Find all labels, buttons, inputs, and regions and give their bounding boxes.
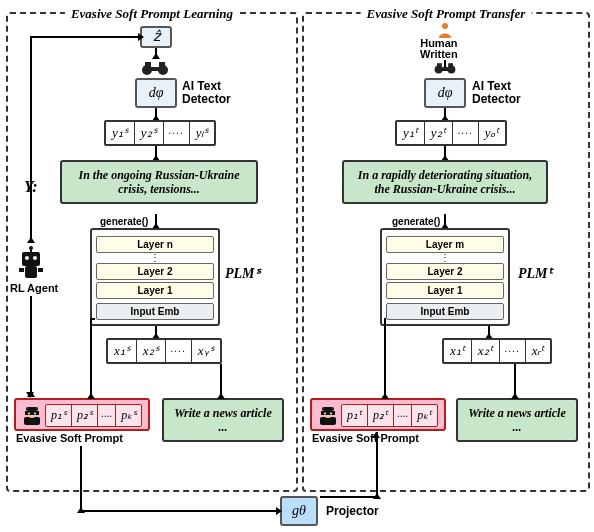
svg-rect-30 — [322, 407, 334, 411]
arrow-yseq-detector-left — [155, 108, 157, 120]
x-cell: xᵣᵗ — [526, 340, 551, 362]
arrow-plm-text-left — [155, 214, 157, 228]
input-prompt-left: Write a news article ... — [162, 398, 284, 442]
arrow-text-yseq-left — [155, 146, 157, 160]
svg-point-28 — [324, 412, 326, 414]
x-cell: x₂ˢ — [137, 340, 166, 362]
plm-layer: Layer 2 — [96, 263, 214, 280]
soft-row: p₁ˢ p₂ˢ .... pₖˢ — [45, 404, 142, 427]
x-seq-left: x₁ˢ x₂ˢ .... x ᵧˢ — [106, 338, 222, 364]
arrow-plm-text-right — [444, 214, 446, 228]
agent-down-line — [30, 296, 32, 396]
binoculars-icon-right — [433, 62, 457, 75]
human-icon — [437, 22, 453, 38]
p-cell: pₖˢ — [116, 405, 141, 426]
generate-label-left: generate() — [100, 216, 148, 227]
agent-label: RL Agent — [10, 282, 58, 294]
arrow-yseq-detector-right — [444, 108, 446, 120]
svg-rect-4 — [159, 62, 165, 67]
svg-rect-5 — [24, 417, 40, 425]
dots: ⋮ — [96, 255, 214, 261]
dots: .... — [394, 405, 412, 426]
p-cell: p₂ᵗ — [368, 405, 394, 426]
arrow-soft-emb-h — [90, 318, 95, 320]
projector-label: Projector — [326, 504, 379, 518]
dots: .... — [98, 405, 116, 426]
line-proj-sp-h — [320, 496, 376, 498]
y-cell: yₒᵗ — [479, 122, 506, 144]
soft-prompt-right: p₁ᵗ p₂ᵗ .... pₖᵗ — [310, 398, 446, 431]
svg-rect-11 — [22, 252, 40, 266]
arrow-x-plm-right — [488, 326, 490, 338]
y-cell: y₁ᵗ — [397, 122, 425, 144]
x-cell: x ᵧˢ — [192, 340, 221, 362]
svg-point-9 — [34, 412, 36, 414]
y-cell: y₁ˢ — [106, 122, 135, 144]
svg-rect-10 — [26, 407, 38, 411]
svg-rect-22 — [441, 67, 449, 70]
plm-layer: Layer n — [96, 236, 214, 253]
agent-up-line — [30, 36, 32, 242]
x-cell: x₁ᵗ — [444, 340, 472, 362]
plm-left: Layer n ⋮ Layer 2 Layer 1 Input Emb — [90, 228, 220, 326]
svg-point-8 — [28, 412, 30, 414]
plm-right: Layer m ⋮ Layer 2 Layer 1 Input Emb — [380, 228, 510, 326]
left-panel-title: Evasive Soft Prompt Learning — [65, 6, 239, 22]
arrow-soft-emb-left — [90, 318, 92, 398]
svg-point-13 — [33, 256, 37, 260]
detector-label-left: AI Text Detector — [182, 80, 231, 106]
projector-box: gθ — [280, 496, 318, 526]
generated-text-left: In the ongoing Russian-Ukraine crisis, t… — [60, 160, 258, 204]
arrow-detector-zhat — [155, 48, 157, 58]
p-cell: p₁ᵗ — [342, 405, 368, 426]
svg-rect-3 — [145, 62, 151, 67]
arrow-x-plm-left — [155, 326, 157, 338]
p-cell: p₂ˢ — [72, 405, 98, 426]
line-sp-proj-v — [80, 446, 82, 512]
soft-prompt-label-left: Evasive Soft Prompt — [16, 432, 123, 444]
thief-icon — [22, 406, 42, 426]
soft-row: p₁ᵗ p₂ᵗ .... pₖᵗ — [341, 404, 438, 427]
soft-prompt-label-right: Evasive Soft Prompt — [312, 432, 419, 444]
y-seq-right: y₁ᵗ y₂ᵗ .... yₒᵗ — [395, 120, 507, 146]
y-cell: yₗˢ — [190, 122, 215, 144]
generate-label-right: generate() — [392, 216, 440, 227]
input-prompt-right: Write a news article ... — [456, 398, 578, 442]
plm-layer: Layer 1 — [386, 282, 504, 299]
svg-rect-14 — [25, 266, 37, 278]
p-cell: pₖᵗ — [412, 405, 437, 426]
svg-point-19 — [442, 23, 448, 29]
plm-layer: Layer 1 — [96, 282, 214, 299]
arrow-text-yseq-right — [444, 146, 446, 160]
svg-rect-18 — [30, 249, 32, 253]
human-label: Human Written — [420, 38, 458, 60]
p-cell: p₁ˢ — [46, 405, 72, 426]
svg-rect-23 — [437, 63, 442, 67]
binoculars-icon — [140, 60, 170, 76]
svg-rect-2 — [150, 67, 160, 71]
detector-label-right: AI Text Detector — [472, 80, 521, 106]
svg-point-29 — [330, 412, 332, 414]
plm-layer: Layer 2 — [386, 263, 504, 280]
plm-input-emb: Input Emb — [386, 303, 504, 320]
dots: .... — [166, 340, 192, 362]
generated-text-right: In a rapidly deteriorating situation, th… — [342, 160, 548, 204]
svg-rect-24 — [448, 63, 453, 67]
svg-rect-27 — [321, 411, 335, 415]
svg-rect-25 — [320, 417, 336, 425]
dots: ⋮ — [386, 255, 504, 261]
right-panel-title: Evasive Soft Prompt Transfer — [361, 6, 532, 22]
arrow-soft-emb-right — [384, 318, 386, 398]
robot-icon — [16, 244, 46, 280]
agent-to-zhat — [30, 36, 138, 38]
line-sp-proj-h — [80, 510, 276, 512]
proj-up-head — [372, 432, 380, 438]
svg-point-12 — [25, 256, 29, 260]
y-seq-left: y₁ˢ y₂ˢ .... yₗˢ — [104, 120, 216, 146]
plm-input-emb: Input Emb — [96, 303, 214, 320]
arrow-write-x-left — [220, 364, 222, 398]
dots: .... — [164, 122, 190, 144]
x-cell: x₁ˢ — [108, 340, 137, 362]
x-seq-right: x₁ᵗ x₂ᵗ .... xᵣᵗ — [442, 338, 552, 364]
dots: .... — [453, 122, 479, 144]
